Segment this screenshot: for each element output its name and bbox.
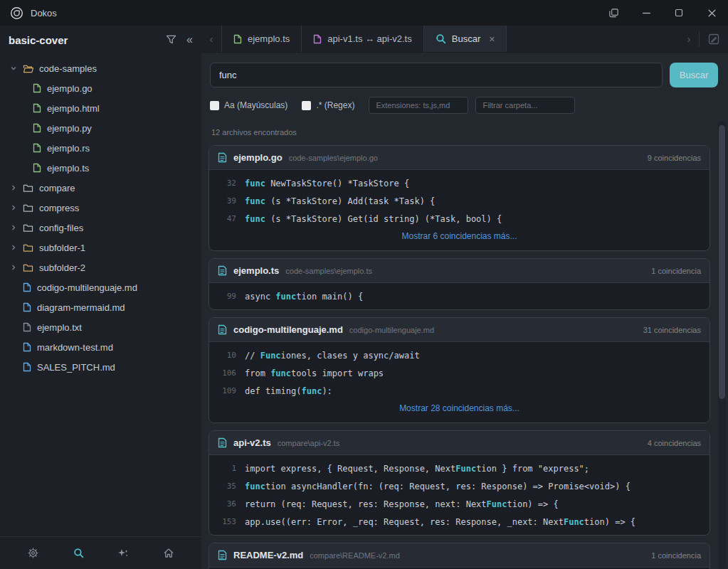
- line-number: 47: [218, 214, 236, 223]
- code-post: NewTaskStore() *TaskStore {: [265, 179, 409, 188]
- results-scrollbar[interactable]: [718, 121, 726, 569]
- sidebar-item-ejemplo-py[interactable]: ejemplo.py: [0, 118, 201, 138]
- sidebar-item-label: code-samples: [39, 63, 97, 74]
- result-card-header[interactable]: api-v2.ts compare\api-v2.ts 4 coincidenc…: [209, 431, 709, 455]
- maximize-button[interactable]: [663, 0, 695, 26]
- match-line[interactable]: 99 async function main() {: [209, 287, 709, 305]
- sidebar-item-diagram-mermaid[interactable]: diagram-mermaid.md: [0, 297, 201, 317]
- match-highlight: Func: [455, 464, 476, 474]
- code-text: // Funciones, clases y async/await: [245, 351, 420, 361]
- search-button[interactable]: Buscar: [670, 63, 718, 87]
- match-count-badge: 9 coincidencias: [648, 154, 701, 162]
- result-card: ejemplo.go code-samples\ejemplo.go 9 coi…: [209, 145, 710, 251]
- file-icon: [33, 83, 41, 93]
- tab-api-compare[interactable]: api-v1.ts ↔ api-v2.ts: [302, 26, 423, 52]
- copy-window-icon: [608, 8, 619, 18]
- sidebar-item-sales-pitch[interactable]: SALES_PITCH.md: [0, 357, 201, 377]
- sidebar-item-markdown-test[interactable]: markdown-test.md: [0, 337, 201, 357]
- code-post: tion } from "express";: [476, 464, 589, 474]
- maximize-icon: [675, 9, 683, 17]
- sidebar-item-label: ejemplo.py: [47, 123, 92, 134]
- match-line[interactable]: 106 from functools import wraps: [209, 364, 709, 382]
- match-line[interactable]: 1 import express, { Request, Response, N…: [209, 459, 709, 477]
- new-note-icon[interactable]: [708, 33, 719, 45]
- tab-close-icon[interactable]: ×: [489, 33, 495, 45]
- match-line[interactable]: 39 func (s *TaskStore) Add(task *Task) {: [209, 192, 709, 210]
- match-line[interactable]: 47 func (s *TaskStore) Get(id string) (*…: [209, 210, 709, 228]
- sidebar-item-ejemplo-html[interactable]: ejemplo.html: [0, 98, 201, 118]
- match-line[interactable]: 10 // Funciones, clases y async/await: [209, 346, 709, 364]
- tab-buscar[interactable]: Buscar ×: [424, 26, 507, 52]
- sidebar-item-subfolder-2[interactable]: subfolder-2: [0, 257, 201, 277]
- result-filename: ejemplo.ts: [233, 265, 279, 276]
- chevron-down-icon: [10, 65, 17, 72]
- file-icon: [33, 103, 41, 113]
- file-icon: [233, 34, 242, 44]
- code-text: return (req: Request, res: Response, nex…: [245, 499, 559, 509]
- scrollbar-thumb[interactable]: [719, 125, 725, 399]
- sidebar-item-label: subfolder-2: [39, 262, 85, 273]
- search-row: Buscar: [201, 53, 728, 87]
- result-card-body: 99 async function main() {: [209, 283, 709, 309]
- document-icon: [218, 265, 227, 276]
- tab-scroll-left-button[interactable]: ‹: [201, 26, 221, 52]
- sidebar-item-ejemplo-txt[interactable]: ejemplo.txt: [0, 317, 201, 337]
- case-checkbox-label: Aa (Mayúsculas): [224, 100, 287, 110]
- file-icon: [23, 302, 31, 312]
- match-line[interactable]: 36 return (req: Request, res: Response, …: [209, 495, 709, 513]
- code-post: tion main() {: [296, 292, 363, 302]
- tab-scroll-right-button[interactable]: ›: [679, 33, 699, 45]
- tab-ejemplo-ts[interactable]: ejemplo.ts: [222, 26, 301, 52]
- collapse-sidebar-icon[interactable]: «: [186, 34, 193, 46]
- sidebar-item-codigo-multilenguaje[interactable]: codigo-multilenguaje.md: [0, 277, 201, 297]
- match-line[interactable]: 109 def timing(func):: [209, 382, 709, 400]
- sidebar-item-label: ejemplo.txt: [37, 322, 82, 333]
- show-more-link[interactable]: Mostrar 28 coincidencias más...: [209, 400, 709, 418]
- code-post: tion asyncHandler(fn: (req: Request, res…: [265, 482, 631, 491]
- sidebar-item-ejemplo-go[interactable]: ejemplo.go: [0, 78, 201, 98]
- sidebar-item-compare[interactable]: compare: [0, 178, 201, 198]
- sidebar-header: basic-cover «: [0, 26, 201, 54]
- result-card-body: 32 func NewTaskStore() *TaskStore { 39 f…: [209, 170, 709, 250]
- result-card-header[interactable]: ejemplo.ts code-samples\ejemplo.ts 1 coi…: [209, 259, 709, 283]
- match-line[interactable]: 35 function asyncHandler(fn: (req: Reque…: [209, 477, 709, 495]
- extensions-input[interactable]: [369, 97, 468, 114]
- search-icon[interactable]: [73, 548, 84, 558]
- folder-filter-input[interactable]: [475, 97, 575, 114]
- copy-window-button[interactable]: [597, 0, 630, 26]
- code-pre: import express, { Request, Response, Nex…: [245, 464, 455, 474]
- sparkles-icon[interactable]: [117, 548, 129, 559]
- line-number: 32: [218, 179, 236, 188]
- home-icon[interactable]: [163, 548, 174, 558]
- sidebar-item-compress[interactable]: compress: [0, 198, 201, 218]
- match-highlight: func: [245, 179, 265, 188]
- chevron-right-icon: [10, 184, 17, 191]
- sidebar-item-ejemplo-ts[interactable]: ejemplo.ts: [0, 158, 201, 178]
- sidebar-item-config-files[interactable]: config-files: [0, 218, 201, 238]
- match-line[interactable]: 153 app.use((err: Error, _req: Request, …: [209, 513, 709, 531]
- show-more-link[interactable]: Mostrar 6 coincidencias más...: [209, 228, 709, 246]
- line-number: 10: [218, 351, 236, 360]
- code-text: def timing(func):: [245, 386, 332, 396]
- sidebar-item-code-samples[interactable]: code-samples: [0, 58, 201, 78]
- filter-icon[interactable]: [166, 35, 176, 45]
- close-button[interactable]: [695, 0, 728, 26]
- regex-checkbox[interactable]: [302, 101, 311, 110]
- case-checkbox[interactable]: [210, 101, 219, 110]
- sidebar-item-subfolder-1[interactable]: subfolder-1: [0, 238, 201, 257]
- search-input[interactable]: [210, 63, 663, 87]
- case-checkbox-group: Aa (Mayúsculas): [210, 100, 287, 110]
- code-pre: def timing(: [245, 386, 301, 396]
- match-line[interactable]: 32 func NewTaskStore() *TaskStore {: [209, 174, 709, 192]
- minimize-button[interactable]: [630, 0, 663, 26]
- result-card-header[interactable]: ejemplo.go code-samples\ejemplo.go 9 coi…: [209, 146, 709, 170]
- sidebar-item-ejemplo-rs[interactable]: ejemplo.rs: [0, 138, 201, 158]
- result-card-header[interactable]: codigo-multilenguaje.md codigo-multileng…: [209, 318, 709, 342]
- result-card-header[interactable]: README-v2.md compare\README-v2.md 1 coin…: [209, 543, 709, 568]
- settings-icon[interactable]: [27, 547, 39, 559]
- code-pre: return (req: Request, res: Response, nex…: [245, 499, 487, 509]
- result-filename: api-v2.ts: [233, 437, 271, 448]
- tab-label: Buscar: [452, 33, 480, 44]
- code-text: func NewTaskStore() *TaskStore {: [245, 179, 409, 188]
- titlebar: Dokos: [0, 0, 728, 26]
